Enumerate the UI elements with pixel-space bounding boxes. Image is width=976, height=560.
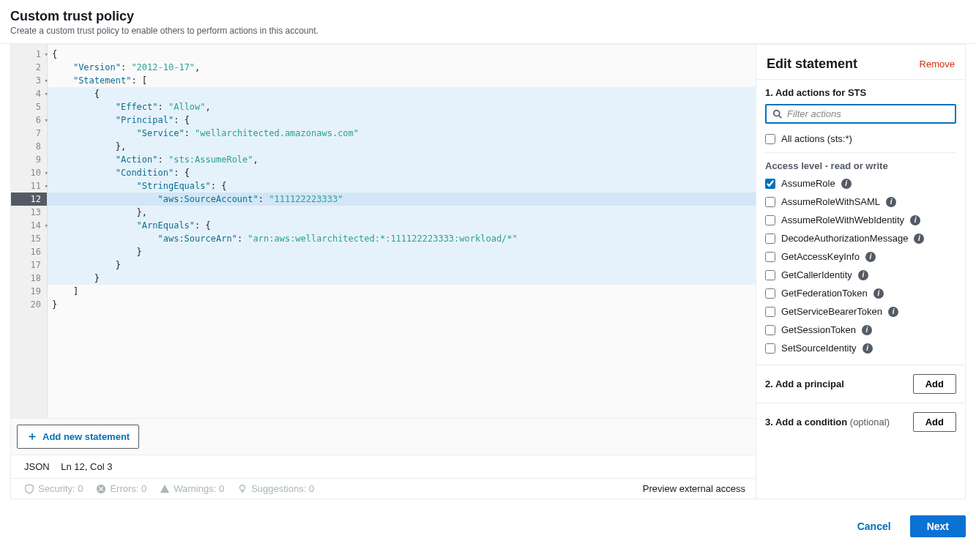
- info-icon[interactable]: i: [873, 288, 884, 299]
- editor-status-line: JSON Ln 12, Col 3: [11, 455, 756, 478]
- action-label: GetFederationToken: [781, 288, 868, 299]
- action-checkbox[interactable]: [765, 288, 775, 299]
- info-icon[interactable]: i: [888, 307, 898, 317]
- lightbulb-icon: [237, 484, 247, 494]
- code-line[interactable]: },: [48, 206, 756, 219]
- action-label: GetServiceBearerToken: [781, 306, 882, 317]
- action-row[interactable]: GetCallerIdentityi: [765, 266, 956, 284]
- info-icon[interactable]: i: [841, 179, 852, 189]
- code-line[interactable]: "ArnEquals": {: [48, 219, 756, 232]
- info-icon[interactable]: i: [865, 252, 876, 262]
- action-checkbox[interactable]: [765, 343, 775, 354]
- code-line[interactable]: ]: [48, 285, 756, 298]
- action-label: AssumeRoleWithSAML: [781, 196, 880, 207]
- filter-actions-field[interactable]: [765, 104, 956, 124]
- line-number: 19: [11, 285, 47, 298]
- add-principal-button[interactable]: Add: [913, 374, 956, 394]
- section-add-principal-title: 2. Add a principal: [765, 378, 844, 389]
- preview-external-access-link[interactable]: Preview external access: [643, 483, 745, 494]
- action-row[interactable]: AssumeRolei: [765, 174, 956, 193]
- side-panel-title: Edit statement: [767, 56, 857, 72]
- action-label: GetCallerIdentity: [781, 269, 852, 280]
- code-line[interactable]: "Effect": "Allow",: [48, 100, 756, 113]
- line-number: 9: [11, 153, 47, 166]
- remove-statement-link[interactable]: Remove: [920, 59, 955, 70]
- line-number: 6: [11, 113, 47, 127]
- action-checkbox[interactable]: [765, 179, 775, 189]
- code-line[interactable]: "Service": "wellarchitected.amazonaws.co…: [48, 127, 756, 140]
- action-label: AssumeRole: [781, 178, 835, 189]
- next-button[interactable]: Next: [910, 515, 966, 537]
- add-new-statement-button[interactable]: ＋ Add new statement: [17, 425, 139, 449]
- action-checkbox[interactable]: [765, 270, 775, 280]
- code-line[interactable]: "aws:SourceAccount": "111122223333": [48, 193, 756, 206]
- suggestions-count: Suggestions: 0: [237, 483, 314, 494]
- cancel-button[interactable]: Cancel: [847, 516, 901, 537]
- code-line[interactable]: }: [48, 258, 756, 272]
- action-row[interactable]: GetAccessKeyInfoi: [765, 247, 956, 266]
- action-row[interactable]: DecodeAuthorizationMessagei: [765, 229, 956, 247]
- action-row[interactable]: GetServiceBearerTokeni: [765, 302, 956, 321]
- shield-icon: [24, 484, 34, 494]
- action-checkbox[interactable]: [765, 307, 775, 317]
- action-checkbox[interactable]: [765, 325, 775, 335]
- action-row[interactable]: GetSessionTokeni: [765, 321, 956, 339]
- filter-actions-input[interactable]: [787, 108, 949, 119]
- all-actions-row[interactable]: All actions (sts:*): [765, 130, 956, 148]
- error-icon: [96, 484, 106, 494]
- action-row[interactable]: GetFederationTokeni: [765, 284, 956, 302]
- code-line[interactable]: "Version": "2012-10-17",: [48, 61, 756, 74]
- line-number: 10: [11, 166, 47, 179]
- add-condition-button[interactable]: Add: [913, 412, 956, 432]
- action-checkbox[interactable]: [765, 234, 775, 244]
- page-subtitle: Create a custom trust policy to enable o…: [10, 26, 966, 36]
- code-line[interactable]: {: [48, 48, 756, 61]
- code-line[interactable]: "StringEquals": {: [48, 179, 756, 193]
- page-header: Custom trust policy Create a custom trus…: [0, 0, 976, 44]
- line-number: 20: [11, 298, 47, 311]
- warning-icon: [160, 484, 170, 494]
- info-icon[interactable]: i: [858, 270, 868, 280]
- line-gutter: 1234567891011121314151617181920: [11, 45, 48, 418]
- code-line[interactable]: {: [48, 87, 756, 100]
- svg-point-2: [774, 110, 780, 116]
- security-count: Security: 0: [24, 483, 83, 494]
- all-actions-label: All actions (sts:*): [781, 133, 852, 144]
- line-number: 15: [11, 232, 47, 245]
- page-title: Custom trust policy: [10, 9, 966, 24]
- svg-point-1: [240, 485, 245, 490]
- action-row[interactable]: AssumeRoleWithWebIdentityi: [765, 211, 956, 229]
- line-number: 13: [11, 206, 47, 219]
- code-line[interactable]: "Condition": {: [48, 166, 756, 179]
- line-number: 12: [11, 193, 47, 206]
- code-line[interactable]: "Statement": [: [48, 74, 756, 87]
- search-icon: [772, 109, 783, 119]
- code-editor[interactable]: { "Version": "2012-10-17", "Statement": …: [48, 45, 756, 418]
- code-line[interactable]: }: [48, 245, 756, 258]
- info-icon[interactable]: i: [914, 234, 924, 244]
- info-icon[interactable]: i: [863, 343, 873, 354]
- line-number: 17: [11, 258, 47, 272]
- code-line[interactable]: },: [48, 140, 756, 153]
- cursor-position: Ln 12, Col 3: [61, 461, 112, 472]
- action-checkbox[interactable]: [765, 197, 775, 207]
- add-new-statement-label: Add new statement: [42, 431, 130, 442]
- code-line[interactable]: }: [48, 298, 756, 311]
- action-checkbox[interactable]: [765, 252, 775, 262]
- line-number: 3: [11, 74, 47, 87]
- line-number: 4: [11, 87, 47, 100]
- code-line[interactable]: "aws:SourceArn": "arn:aws:wellarchitecte…: [48, 232, 756, 245]
- action-checkbox[interactable]: [765, 215, 775, 225]
- action-row[interactable]: AssumeRoleWithSAMLi: [765, 193, 956, 211]
- action-row[interactable]: SetSourceIdentityi: [765, 339, 956, 357]
- code-line[interactable]: }: [48, 272, 756, 285]
- info-icon[interactable]: i: [886, 197, 896, 207]
- action-label: AssumeRoleWithWebIdentity: [781, 214, 904, 225]
- warnings-count: Warnings: 0: [160, 483, 224, 494]
- code-line[interactable]: "Action": "sts:AssumeRole",: [48, 153, 756, 166]
- code-line[interactable]: "Principal": {: [48, 113, 756, 127]
- line-number: 14: [11, 219, 47, 232]
- all-actions-checkbox[interactable]: [765, 134, 775, 144]
- info-icon[interactable]: i: [862, 325, 872, 335]
- info-icon[interactable]: i: [910, 215, 920, 225]
